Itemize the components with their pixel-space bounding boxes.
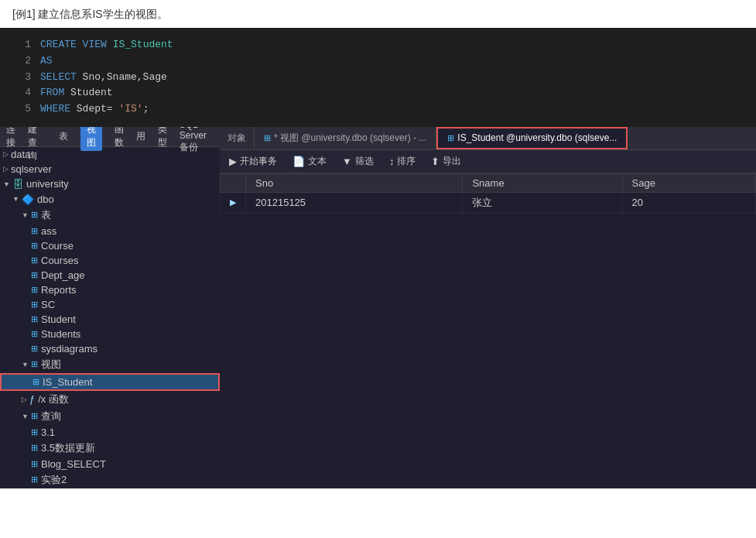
query-icon: ⊞ xyxy=(31,459,38,469)
sort-label: 排序 xyxy=(397,155,416,168)
expand-icon: ▼ xyxy=(3,180,10,188)
sidebar-toolbar-item-4-active[interactable]: 视图 xyxy=(80,127,102,152)
view-tab[interactable]: ⊞ * 视图 @university.dbo (sqlsever) - ... xyxy=(255,127,436,149)
code-line-1: 1 CREATE VIEW IS_Student xyxy=(12,37,744,53)
sidebar-item-is-student[interactable]: ⊞ IS_Student xyxy=(0,373,220,391)
begin-transaction-icon: ▶ xyxy=(229,156,237,167)
sidebar-item-label: /x 函数 xyxy=(38,392,69,406)
filter-label: 筛选 xyxy=(355,155,374,168)
sidebar-item-students[interactable]: ⊞ Students xyxy=(0,327,220,341)
sidebar-item-sysdiagrams[interactable]: ⊞ sysdiagrams xyxy=(0,341,220,356)
sidebar-item-dept-age[interactable]: ⊞ Dept_age xyxy=(0,268,220,283)
code-line-2: 2 AS xyxy=(12,53,744,70)
table-icon: ⊞ xyxy=(31,285,38,295)
tables-icon: ⊞ xyxy=(31,210,38,220)
table-icon: ⊞ xyxy=(31,226,38,236)
sidebar-item-query-31[interactable]: ⊞ 3.1 xyxy=(0,425,220,440)
query-icon: ⊞ xyxy=(31,475,38,485)
table-icon: ⊞ xyxy=(31,270,38,280)
code-line-3: 3 SELECT Sno,Sname,Sage xyxy=(12,70,744,86)
expand-icon: ▼ xyxy=(22,413,29,420)
table-icon: ⊞ xyxy=(31,255,38,266)
right-panel: 对象 ⊞ * 视图 @university.dbo (sqlsever) - .… xyxy=(220,127,756,488)
db-main: 连接 新建查询 表 视图 函数 用 类型 SQL Server 备份 ▷ dat… xyxy=(0,127,756,488)
sidebar-toolbar-item-2[interactable]: 新建查询 xyxy=(28,127,46,163)
code-block: 1 CREATE VIEW IS_Student 2 AS 3 SELECT S… xyxy=(0,28,756,127)
sidebar-toolbar-item-7[interactable]: 类型 xyxy=(158,127,167,150)
sidebar-item-dbo[interactable]: ▼ 🔷 dbo xyxy=(0,192,220,207)
sidebar-item-views-folder[interactable]: ▼ ⊞ 视图 xyxy=(0,356,220,373)
sidebar-item-queries-folder[interactable]: ▼ ⊞ 查询 xyxy=(0,408,220,425)
sidebar-item-student[interactable]: ⊞ Student xyxy=(0,312,220,327)
filter-button[interactable]: ▼ 筛选 xyxy=(339,153,377,170)
sidebar-item-label: 实验2 xyxy=(41,473,67,487)
sidebar-toolbar-item-5[interactable]: 函数 xyxy=(115,127,124,150)
sidebar-item-label: Reports xyxy=(41,284,77,296)
export-button[interactable]: ⬆ 导出 xyxy=(428,153,464,170)
view-icon: ⊞ xyxy=(32,377,39,387)
expand-icon: ▷ xyxy=(3,165,9,173)
sidebar-item-label: Students xyxy=(41,328,80,340)
sidebar-item-label: sqlserver xyxy=(11,163,52,175)
text-button[interactable]: 📄 文本 xyxy=(289,153,330,170)
sidebar-item-query-35[interactable]: ⊞ 3.5数据更新 xyxy=(0,440,220,457)
views-icon: ⊞ xyxy=(31,359,38,369)
data-grid: Sno Sname Sage ▶ 201215125 张立 20 xyxy=(220,173,756,488)
sidebar-item-functions-folder[interactable]: ▷ ƒ /x 函数 xyxy=(0,391,220,408)
sidebar-toolbar-item-3[interactable]: 表 xyxy=(59,130,68,143)
sidebar-toolbar-item-1[interactable]: 连接 xyxy=(6,127,15,150)
sidebar-item-label: Student xyxy=(41,314,76,325)
tab-label: * 视图 @university.dbo (sqlsever) - ... xyxy=(274,132,426,145)
sidebar-item-label: 3.5数据更新 xyxy=(41,441,95,455)
begin-transaction-label: 开始事务 xyxy=(240,155,277,168)
begin-transaction-button[interactable]: ▶ 开始事务 xyxy=(226,153,280,170)
tab-bar: 对象 ⊞ * 视图 @university.dbo (sqlsever) - .… xyxy=(220,127,756,150)
expand-icon: ▼ xyxy=(22,211,29,219)
table-icon: ⊞ xyxy=(31,344,38,354)
sidebar-item-university[interactable]: ▼ 🗄 university xyxy=(0,176,220,192)
sidebar-item-course[interactable]: ⊞ Course xyxy=(0,238,220,253)
sidebar-item-label: 表 xyxy=(41,208,51,222)
func-icon: ƒ xyxy=(29,393,35,405)
sort-button[interactable]: ↕ 排序 xyxy=(386,153,419,170)
expand-icon: ▼ xyxy=(12,195,19,203)
sidebar-item-label: 查询 xyxy=(41,409,61,423)
sidebar-item-query-blog[interactable]: ⊞ Blog_SELECT xyxy=(0,457,220,471)
sidebar-item-label: 视图 xyxy=(41,358,61,372)
table-icon: ⊞ xyxy=(31,329,38,339)
table-row[interactable]: ▶ 201215125 张立 20 xyxy=(221,192,756,213)
sidebar-item-sqlserver[interactable]: ▷ sqlserver xyxy=(0,162,220,176)
cell-sname: 张立 xyxy=(463,192,622,213)
cell-sno: 201215125 xyxy=(246,192,463,213)
export-label: 导出 xyxy=(443,155,461,168)
sidebar-item-label: IS_Student xyxy=(43,376,92,388)
table-icon: ⊞ xyxy=(31,241,38,251)
col-sname: Sname xyxy=(463,173,622,192)
sidebar: 连接 新建查询 表 视图 函数 用 类型 SQL Server 备份 ▷ dat… xyxy=(0,127,220,488)
sidebar-item-label: Dept_age xyxy=(41,269,84,281)
table-icon: ⊞ xyxy=(31,300,38,310)
sidebar-toolbar-item-6[interactable]: 用 xyxy=(136,130,145,143)
sidebar-toolbar: 连接 新建查询 表 视图 函数 用 类型 SQL Server 备份 xyxy=(0,127,220,147)
text-label: 文本 xyxy=(308,155,327,168)
sidebar-item-label: data xyxy=(11,149,30,160)
is-student-tab[interactable]: ⊞ IS_Student @university.dbo (sqlseve... xyxy=(436,127,628,149)
sidebar-item-tables-folder[interactable]: ▼ ⊞ 表 xyxy=(0,207,220,224)
sidebar-item-label: Blog_SELECT xyxy=(41,458,106,470)
sidebar-item-ass[interactable]: ⊞ ass xyxy=(0,224,220,238)
sidebar-item-sc[interactable]: ⊞ SC xyxy=(0,297,220,312)
sidebar-toolbar-item-8[interactable]: SQL Server 备份 xyxy=(180,127,214,154)
sidebar-item-courses[interactable]: ⊞ Courses xyxy=(0,253,220,268)
tab-is-icon: ⊞ xyxy=(447,133,454,143)
cell-sage: 20 xyxy=(622,192,755,213)
sidebar-item-label: dbo xyxy=(37,194,54,205)
result-table: Sno Sname Sage ▶ 201215125 张立 20 xyxy=(220,173,756,214)
table-header-row: Sno Sname Sage xyxy=(221,173,756,192)
sidebar-item-query-lab2[interactable]: ⊞ 实验2 xyxy=(0,471,220,488)
query-icon: ⊞ xyxy=(31,443,38,453)
sort-icon: ↕ xyxy=(389,156,395,167)
sidebar-item-reports[interactable]: ⊞ Reports xyxy=(0,283,220,297)
instruction-text: [例1] 建立信息系IS学生的视图。 xyxy=(0,0,756,28)
sidebar-item-label: SC xyxy=(41,299,55,310)
row-indicator-header xyxy=(221,173,246,192)
